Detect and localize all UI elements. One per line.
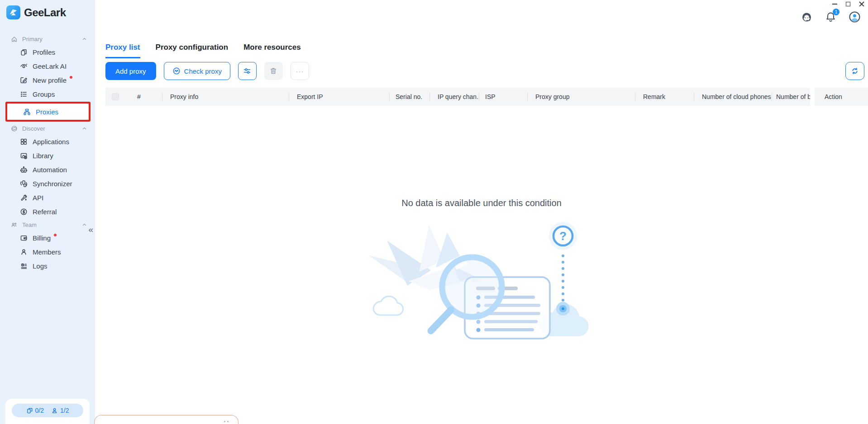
new-badge-dot — [70, 76, 72, 79]
bottom-popup-edge — [94, 415, 238, 424]
column-index: # — [127, 88, 162, 106]
column-export-ip: Export IP — [289, 88, 389, 106]
column-isp: ISP — [479, 88, 527, 106]
sidebar-section-primary[interactable]: Primary — [0, 33, 95, 45]
sidebar-item-label: GeeLark AI — [33, 62, 67, 70]
red-annotation-box: Proxies — [5, 102, 91, 122]
referral-dollar-icon — [20, 208, 28, 216]
column-action: Action — [815, 88, 868, 106]
sidebar-item-label: Members — [33, 248, 61, 256]
automation-robot-icon — [20, 166, 28, 174]
brand-name: GeeLark — [24, 6, 66, 19]
empty-state-illustration: ? — [362, 212, 615, 344]
cloud-phone-icon — [26, 407, 33, 414]
sidebar-item-profiles[interactable]: Profiles — [5, 45, 91, 59]
sidebar-item-label: Groups — [33, 90, 55, 98]
home-icon — [11, 36, 18, 42]
column-proxy-group: Proxy group — [527, 88, 635, 106]
tab-proxy-configuration[interactable]: Proxy configuration — [156, 43, 229, 58]
filter-button[interactable] — [238, 62, 257, 80]
member-usage: 1/2 — [51, 407, 69, 414]
sidebar-item-library[interactable]: Library — [5, 149, 91, 162]
scrollbar-gap — [810, 88, 815, 106]
delete-button[interactable] — [264, 62, 283, 80]
column-number-of-cloud-phones: Number of cloud phones — [694, 88, 772, 106]
sidebar-item-label: Automation — [33, 166, 67, 174]
minimize-icon[interactable] — [832, 4, 837, 5]
discover-globe-icon — [11, 125, 18, 132]
check-proxy-button[interactable]: Check proxy — [164, 62, 230, 80]
member-usage-value: 1/2 — [60, 407, 69, 414]
refresh-button[interactable] — [845, 62, 864, 80]
sidebar-item-label: API — [33, 194, 43, 202]
popup-dots-decoration — [224, 421, 225, 422]
maximize-icon[interactable] — [846, 2, 850, 6]
chevron-up-icon[interactable] — [81, 221, 88, 228]
sidebar-item-billing[interactable]: Billing — [5, 231, 91, 245]
sidebar: GeeLark Primary Profiles GeeLark AI New … — [0, 0, 95, 424]
sidebar-item-groups[interactable]: Groups — [5, 87, 91, 101]
chevron-up-icon[interactable] — [81, 125, 88, 132]
billing-wallet-icon — [20, 234, 28, 242]
applications-grid-icon — [20, 138, 28, 146]
question-glyph: ? — [559, 229, 567, 243]
sidebar-item-label: Synchronizer — [33, 180, 72, 188]
sidebar-item-new-profile[interactable]: New profile — [5, 73, 91, 87]
team-icon — [11, 221, 18, 228]
cloud-phone-usage-value: 0/2 — [35, 407, 44, 414]
sidebar-item-label: Proxies — [36, 108, 58, 116]
section-label: Primary — [22, 36, 43, 42]
column-proxy-info: Proxy info — [162, 88, 289, 106]
window-controls — [832, 1, 864, 7]
main-content: 1 Proxy list Proxy configuration More re… — [95, 0, 868, 424]
sidebar-section-discover[interactable]: Discover — [0, 122, 95, 134]
sidebar-item-automation[interactable]: Automation — [5, 163, 91, 176]
column-ip-query-channel: IP query chan... — [429, 88, 479, 106]
sidebar-item-members[interactable]: Members — [5, 245, 91, 259]
groups-icon — [20, 90, 28, 98]
column-serial-no: Serial no. — [389, 88, 429, 106]
empty-state-message: No data is available under this conditio… — [95, 198, 868, 208]
new-profile-icon — [20, 76, 28, 84]
members-icon — [20, 248, 28, 256]
refresh-icon — [851, 67, 859, 75]
tab-bar: Proxy list Proxy configuration More reso… — [105, 43, 301, 58]
brand-logo[interactable]: GeeLark — [0, 0, 95, 19]
column-remark: Remark — [635, 88, 694, 106]
sidebar-item-geelark-ai[interactable]: GeeLark AI — [5, 59, 91, 73]
tab-proxy-list[interactable]: Proxy list — [105, 43, 140, 58]
sidebar-section-team[interactable]: Team — [0, 219, 95, 231]
profiles-icon — [20, 48, 28, 56]
sidebar-item-applications[interactable]: Applications — [5, 135, 91, 148]
sidebar-item-logs[interactable]: Logs — [5, 259, 91, 273]
trash-icon — [269, 67, 277, 75]
synchronizer-icon — [20, 180, 28, 188]
proxies-icon — [23, 108, 31, 116]
avatar-icon[interactable] — [849, 11, 861, 23]
billing-badge-dot — [54, 234, 57, 236]
collapse-sidebar-button[interactable]: « — [88, 225, 93, 234]
sidebar-item-label: Billing — [33, 234, 51, 242]
cloud-phone-usage: 0/2 — [26, 407, 44, 414]
tab-more-resources[interactable]: More resources — [243, 43, 301, 58]
sidebar-item-api[interactable]: API — [5, 191, 91, 204]
sidebar-item-label: Logs — [33, 262, 48, 270]
header-icons: 1 — [801, 11, 861, 23]
geelark-ai-icon — [20, 62, 28, 70]
sidebar-item-referral[interactable]: Referral — [5, 205, 91, 218]
bell-icon[interactable]: 1 — [825, 11, 837, 23]
usage-card: 0/2 1/2 — [5, 399, 90, 424]
close-icon[interactable] — [859, 1, 864, 7]
support-headset-icon[interactable] — [801, 11, 813, 23]
add-proxy-button[interactable]: Add proxy — [105, 62, 156, 80]
sidebar-item-synchronizer[interactable]: Synchronizer — [5, 177, 91, 190]
chevron-up-icon[interactable] — [81, 36, 88, 42]
filter-sliders-icon — [243, 67, 251, 75]
more-actions-button[interactable]: ··· — [291, 62, 309, 80]
select-all-checkbox[interactable] — [112, 93, 119, 100]
sidebar-item-label: Referral — [33, 208, 57, 216]
api-wrench-icon — [20, 194, 28, 202]
usage-pill: 0/2 1/2 — [12, 404, 83, 417]
column-number-of-browser-profiles: Number of bro — [772, 88, 810, 106]
sidebar-item-proxies[interactable]: Proxies — [9, 104, 87, 119]
